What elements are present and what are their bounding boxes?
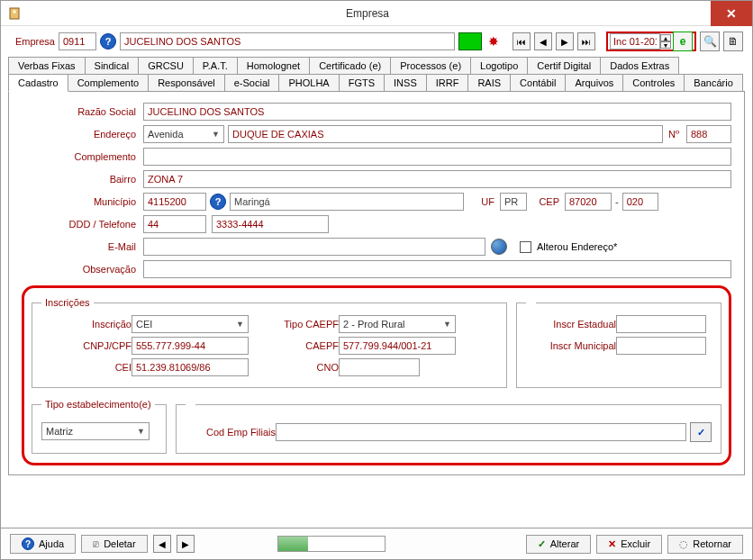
tab-e-social[interactable]: e-Social	[224, 74, 280, 92]
app-icon	[5, 4, 24, 23]
deletar-label: Deletar	[104, 538, 135, 549]
caepf-input[interactable]	[339, 337, 456, 355]
nav-last-button[interactable]: ⏭	[577, 32, 595, 50]
excluir-label: Excluir	[621, 538, 650, 549]
label-ddd-telefone: DDD / Telefone	[22, 219, 143, 230]
inscricao-select[interactable]: CEI▼	[132, 315, 249, 333]
tab-cont-bil[interactable]: Contábil	[510, 74, 566, 92]
svg-point-1	[13, 10, 16, 14]
uf-input[interactable]	[500, 193, 527, 211]
inscr-estadual-input[interactable]	[616, 315, 706, 333]
label-cei: CEI	[41, 362, 132, 373]
check-icon: ✓	[538, 538, 546, 550]
tab-processos-e-[interactable]: Processos (e)	[390, 57, 471, 75]
label-caepf: CAEPF	[249, 340, 339, 351]
telefone-input[interactable]	[212, 215, 329, 233]
nav-next-button[interactable]: ▶	[556, 32, 574, 50]
retornar-label: Retornar	[693, 538, 731, 549]
municipio-cod-input[interactable]	[143, 193, 206, 211]
municipio-nome-input[interactable]	[230, 193, 464, 211]
tab-fgts[interactable]: FGTS	[339, 74, 385, 92]
e-button[interactable]: e	[673, 32, 693, 51]
tab-certificado-e-[interactable]: Certificado (e)	[309, 57, 391, 75]
tab-grcsu[interactable]: GRCSU	[138, 57, 194, 75]
empresa-codigo-input[interactable]	[59, 32, 96, 50]
label-numero: Nº	[663, 129, 686, 140]
cei-input[interactable]	[132, 358, 249, 376]
label-tipo-caepf: Tipo CAEPF	[249, 319, 339, 330]
label-empresa: Empresa	[10, 36, 55, 47]
inc-field[interactable]	[610, 33, 660, 50]
cno-input[interactable]	[339, 358, 420, 376]
deletar-button[interactable]: ⎚Deletar	[81, 535, 147, 553]
label-uf: UF	[464, 196, 500, 207]
observacao-input[interactable]	[143, 260, 731, 278]
inc-spin-down[interactable]: ▾	[660, 41, 671, 49]
label-cno: CNO	[249, 362, 339, 373]
help-municipio-icon[interactable]: ?	[210, 194, 226, 210]
alterar-button[interactable]: ✓Alterar	[526, 535, 591, 554]
ajuda-label: Ajuda	[39, 538, 64, 549]
email-input[interactable]	[143, 238, 485, 256]
tab-homolognet[interactable]: Homolognet	[237, 57, 310, 75]
prev-page-button[interactable]: ◀	[153, 535, 171, 553]
tab-cadastro[interactable]: Cadastro	[8, 74, 68, 92]
bairro-input[interactable]	[143, 170, 731, 188]
tab-arquivos[interactable]: Arquivos	[565, 74, 623, 92]
nav-first-button[interactable]: ⏮	[513, 32, 531, 50]
excluir-button[interactable]: ✕Excluir	[596, 535, 662, 554]
tipo-estab-value: Matriz	[46, 426, 73, 437]
endereco-input[interactable]	[228, 125, 663, 143]
alterar-label: Alterar	[550, 538, 579, 549]
next-page-button[interactable]: ▶	[177, 535, 195, 553]
label-endereco: Endereço	[22, 129, 143, 140]
tab-inss[interactable]: INSS	[384, 74, 427, 92]
search-icon[interactable]: 🔍	[700, 32, 720, 51]
document-icon[interactable]: 🗎	[723, 32, 743, 51]
tab-logotipo[interactable]: Logotipo	[470, 57, 528, 75]
numero-input[interactable]	[686, 125, 731, 143]
label-razao: Razão Social	[22, 106, 143, 117]
close-button[interactable]: ✕	[711, 1, 752, 26]
tab-irrf[interactable]: IRRF	[426, 74, 469, 92]
cep2-input[interactable]	[622, 193, 658, 211]
razao-social-input[interactable]	[143, 103, 731, 121]
ajuda-button[interactable]: ?Ajuda	[10, 534, 76, 554]
label-bairro: Bairro	[22, 174, 143, 185]
complemento-input[interactable]	[143, 148, 731, 166]
label-inscr-estadual: Inscr Estadual	[526, 319, 616, 330]
tab-controles[interactable]: Controles	[622, 74, 685, 92]
tipo-estabelecimento-select[interactable]: Matriz▼	[41, 422, 150, 440]
cnpj-cpf-input[interactable]	[132, 337, 249, 355]
confirm-check-button[interactable]: ✓	[690, 422, 712, 442]
label-cnpj-cpf: CNPJ/CPF	[41, 340, 132, 351]
tab-dados-extras[interactable]: Dados Extras	[600, 57, 679, 75]
cep1-input[interactable]	[565, 193, 612, 211]
tab-banc-rio[interactable]: Bancário	[684, 74, 742, 92]
endereco-tipo-select[interactable]: Avenida▼	[143, 125, 224, 143]
sun-icon[interactable]: ✸	[485, 33, 502, 50]
tab-complemento[interactable]: Complemento	[68, 74, 149, 92]
empresa-nome-input[interactable]	[120, 32, 455, 50]
tab-sindical[interactable]: Sindical	[85, 57, 140, 75]
inscr-municipal-input[interactable]	[616, 337, 706, 355]
tab-verbas-fixas[interactable]: Verbas Fixas	[8, 57, 86, 75]
window-title: Empresa	[24, 7, 711, 20]
nav-prev-button[interactable]: ◀	[534, 32, 552, 50]
ddd-input[interactable]	[143, 215, 206, 233]
tab-rais[interactable]: RAIS	[467, 74, 511, 92]
cod-emp-filiais-input[interactable]	[276, 423, 686, 441]
deletar-icon: ⎚	[93, 538, 99, 549]
alterou-endereco-checkbox[interactable]	[520, 241, 531, 253]
help-empresa-icon[interactable]: ?	[100, 33, 116, 50]
help-icon: ?	[22, 537, 34, 550]
return-icon: ◌	[679, 538, 688, 550]
tab-pholha[interactable]: PHOLHA	[278, 74, 339, 92]
retornar-button[interactable]: ◌Retornar	[667, 535, 743, 554]
globe-icon[interactable]	[491, 239, 507, 255]
tipo-caepf-select[interactable]: 2 - Prod Rural▼	[339, 315, 456, 333]
tab-p-a-t-[interactable]: P.A.T.	[193, 57, 238, 75]
tab-certif-digital[interactable]: Certif Digital	[527, 57, 601, 75]
endereco-tipo-value: Avenida	[148, 129, 184, 140]
tab-respons-vel[interactable]: Responsável	[148, 74, 225, 92]
